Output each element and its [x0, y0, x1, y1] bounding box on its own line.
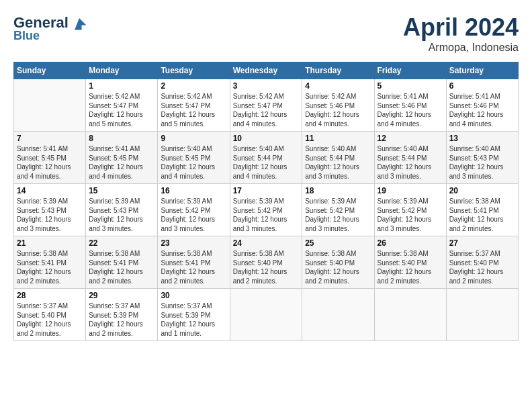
calendar-week-3: 14Sunrise: 5:39 AM Sunset: 5:43 PM Dayli…	[14, 184, 519, 236]
calendar-cell: 21Sunrise: 5:38 AM Sunset: 5:41 PM Dayli…	[14, 236, 86, 289]
day-number: 21	[17, 238, 83, 248]
calendar-cell: 17Sunrise: 5:39 AM Sunset: 5:42 PM Dayli…	[230, 184, 302, 236]
day-info: Sunrise: 5:42 AM Sunset: 5:47 PM Dayligh…	[233, 92, 300, 128]
svg-marker-0	[75, 18, 87, 30]
calendar-cell	[302, 289, 374, 341]
page: General Blue April 2024 Armopa, Indonesi…	[0, 0, 532, 348]
day-info: Sunrise: 5:38 AM Sunset: 5:40 PM Dayligh…	[378, 249, 443, 285]
day-number: 18	[305, 186, 371, 195]
calendar-cell: 9Sunrise: 5:40 AM Sunset: 5:45 PM Daylig…	[158, 132, 230, 184]
day-number: 16	[161, 186, 226, 195]
calendar-cell	[14, 79, 86, 132]
calendar-cell	[374, 289, 446, 341]
calendar-cell: 1Sunrise: 5:42 AM Sunset: 5:47 PM Daylig…	[86, 79, 158, 132]
day-number: 27	[449, 238, 515, 248]
day-number: 9	[161, 134, 226, 143]
calendar-cell: 10Sunrise: 5:40 AM Sunset: 5:44 PM Dayli…	[230, 132, 302, 184]
calendar-cell: 13Sunrise: 5:40 AM Sunset: 5:43 PM Dayli…	[446, 132, 518, 184]
day-number: 30	[161, 291, 226, 300]
day-info: Sunrise: 5:37 AM Sunset: 5:40 PM Dayligh…	[17, 302, 83, 338]
calendar-cell	[230, 289, 302, 341]
day-info: Sunrise: 5:38 AM Sunset: 5:41 PM Dayligh…	[449, 197, 515, 233]
calendar-cell: 27Sunrise: 5:37 AM Sunset: 5:40 PM Dayli…	[446, 236, 518, 289]
day-number: 12	[378, 134, 443, 143]
calendar-week-1: 1Sunrise: 5:42 AM Sunset: 5:47 PM Daylig…	[14, 79, 519, 132]
calendar-cell: 16Sunrise: 5:39 AM Sunset: 5:42 PM Dayli…	[158, 184, 230, 236]
day-info: Sunrise: 5:38 AM Sunset: 5:40 PM Dayligh…	[233, 249, 300, 285]
day-number: 24	[233, 238, 300, 248]
day-info: Sunrise: 5:40 AM Sunset: 5:43 PM Dayligh…	[449, 144, 515, 181]
logo-icon	[70, 13, 89, 32]
day-number: 6	[449, 81, 515, 91]
day-number: 1	[89, 81, 154, 91]
day-info: Sunrise: 5:39 AM Sunset: 5:42 PM Dayligh…	[378, 197, 443, 233]
day-info: Sunrise: 5:39 AM Sunset: 5:43 PM Dayligh…	[17, 197, 83, 233]
day-number: 8	[89, 134, 154, 143]
day-info: Sunrise: 5:42 AM Sunset: 5:46 PM Dayligh…	[305, 92, 371, 128]
header-saturday: Saturday	[446, 62, 518, 79]
calendar-table: Sunday Monday Tuesday Wednesday Thursday…	[13, 62, 519, 341]
day-number: 25	[305, 238, 371, 248]
day-info: Sunrise: 5:41 AM Sunset: 5:45 PM Dayligh…	[17, 144, 83, 181]
header: General Blue April 2024 Armopa, Indonesi…	[13, 13, 519, 54]
day-number: 20	[449, 186, 515, 195]
day-info: Sunrise: 5:38 AM Sunset: 5:41 PM Dayligh…	[17, 249, 83, 285]
logo: General Blue	[13, 13, 89, 43]
calendar-cell: 30Sunrise: 5:37 AM Sunset: 5:39 PM Dayli…	[158, 289, 230, 341]
day-info: Sunrise: 5:39 AM Sunset: 5:43 PM Dayligh…	[89, 197, 154, 233]
day-number: 7	[17, 134, 83, 143]
day-info: Sunrise: 5:38 AM Sunset: 5:40 PM Dayligh…	[305, 249, 371, 285]
calendar-cell: 6Sunrise: 5:41 AM Sunset: 5:46 PM Daylig…	[446, 79, 518, 132]
day-info: Sunrise: 5:40 AM Sunset: 5:44 PM Dayligh…	[378, 144, 443, 181]
calendar-cell	[446, 289, 518, 341]
day-number: 19	[378, 186, 443, 195]
calendar-cell: 8Sunrise: 5:41 AM Sunset: 5:45 PM Daylig…	[86, 132, 158, 184]
day-number: 3	[233, 81, 300, 91]
day-info: Sunrise: 5:41 AM Sunset: 5:46 PM Dayligh…	[449, 92, 515, 128]
day-number: 14	[17, 186, 83, 195]
day-info: Sunrise: 5:39 AM Sunset: 5:42 PM Dayligh…	[305, 197, 371, 233]
calendar-cell: 22Sunrise: 5:38 AM Sunset: 5:41 PM Dayli…	[86, 236, 158, 289]
calendar-week-2: 7Sunrise: 5:41 AM Sunset: 5:45 PM Daylig…	[14, 132, 519, 184]
day-number: 11	[305, 134, 371, 143]
day-info: Sunrise: 5:38 AM Sunset: 5:41 PM Dayligh…	[161, 249, 226, 285]
day-info: Sunrise: 5:39 AM Sunset: 5:42 PM Dayligh…	[161, 197, 226, 233]
calendar-cell: 19Sunrise: 5:39 AM Sunset: 5:42 PM Dayli…	[374, 184, 446, 236]
day-info: Sunrise: 5:42 AM Sunset: 5:47 PM Dayligh…	[161, 92, 226, 128]
calendar-cell: 3Sunrise: 5:42 AM Sunset: 5:47 PM Daylig…	[230, 79, 302, 132]
day-number: 22	[89, 238, 154, 248]
calendar-cell: 11Sunrise: 5:40 AM Sunset: 5:44 PM Dayli…	[302, 132, 374, 184]
day-number: 26	[378, 238, 443, 248]
calendar-cell: 26Sunrise: 5:38 AM Sunset: 5:40 PM Dayli…	[374, 236, 446, 289]
day-info: Sunrise: 5:42 AM Sunset: 5:47 PM Dayligh…	[89, 92, 154, 128]
day-number: 10	[233, 134, 300, 143]
day-info: Sunrise: 5:37 AM Sunset: 5:39 PM Dayligh…	[161, 302, 226, 338]
header-monday: Monday	[86, 62, 158, 79]
calendar-cell: 4Sunrise: 5:42 AM Sunset: 5:46 PM Daylig…	[302, 79, 374, 132]
calendar-cell: 25Sunrise: 5:38 AM Sunset: 5:40 PM Dayli…	[302, 236, 374, 289]
day-info: Sunrise: 5:41 AM Sunset: 5:45 PM Dayligh…	[89, 144, 154, 181]
day-info: Sunrise: 5:40 AM Sunset: 5:44 PM Dayligh…	[233, 144, 300, 181]
calendar-week-5: 28Sunrise: 5:37 AM Sunset: 5:40 PM Dayli…	[14, 289, 519, 341]
day-number: 17	[233, 186, 300, 195]
day-number: 28	[17, 291, 83, 300]
header-thursday: Thursday	[302, 62, 374, 79]
header-tuesday: Tuesday	[158, 62, 230, 79]
day-number: 15	[89, 186, 154, 195]
calendar-cell: 7Sunrise: 5:41 AM Sunset: 5:45 PM Daylig…	[14, 132, 86, 184]
header-wednesday: Wednesday	[230, 62, 302, 79]
calendar-cell: 28Sunrise: 5:37 AM Sunset: 5:40 PM Dayli…	[14, 289, 86, 341]
calendar-cell: 20Sunrise: 5:38 AM Sunset: 5:41 PM Dayli…	[446, 184, 518, 236]
calendar-cell: 23Sunrise: 5:38 AM Sunset: 5:41 PM Dayli…	[158, 236, 230, 289]
calendar-cell: 15Sunrise: 5:39 AM Sunset: 5:43 PM Dayli…	[86, 184, 158, 236]
day-number: 2	[161, 81, 226, 91]
day-info: Sunrise: 5:37 AM Sunset: 5:39 PM Dayligh…	[89, 302, 154, 338]
day-info: Sunrise: 5:41 AM Sunset: 5:46 PM Dayligh…	[378, 92, 443, 128]
header-friday: Friday	[374, 62, 446, 79]
day-info: Sunrise: 5:40 AM Sunset: 5:44 PM Dayligh…	[305, 144, 371, 181]
calendar-title: April 2024	[403, 13, 519, 42]
day-info: Sunrise: 5:40 AM Sunset: 5:45 PM Dayligh…	[161, 144, 226, 181]
calendar-cell: 5Sunrise: 5:41 AM Sunset: 5:46 PM Daylig…	[374, 79, 446, 132]
header-sunday: Sunday	[14, 62, 86, 79]
calendar-cell: 2Sunrise: 5:42 AM Sunset: 5:47 PM Daylig…	[158, 79, 230, 132]
